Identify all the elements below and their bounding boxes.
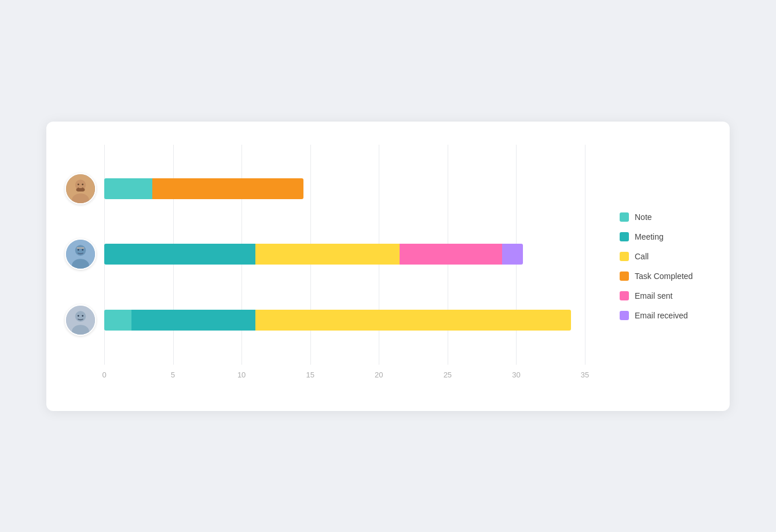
- segment-call-3: [255, 310, 571, 331]
- bar-segments-1: [104, 178, 585, 199]
- segment-emailsent-2: [400, 244, 503, 265]
- avatar-1: [65, 173, 96, 204]
- legend-label-call: Call: [635, 252, 649, 261]
- avatar-2: [65, 239, 96, 270]
- x-label-30: 30: [512, 370, 520, 379]
- legend-item-email-received: Email received: [620, 311, 701, 320]
- legend-swatch-note: [620, 212, 629, 222]
- segment-note-3: [104, 310, 131, 331]
- avatar-3: [65, 304, 96, 336]
- legend-item-call: Call: [620, 252, 701, 261]
- legend-label-meeting: Meeting: [635, 232, 664, 241]
- legend-item-email-sent: Email sent: [620, 291, 701, 300]
- legend-swatch-meeting: [620, 232, 629, 241]
- bar-row-1: [104, 174, 585, 203]
- x-label-10: 10: [237, 370, 246, 379]
- bar-row-2: [104, 240, 585, 269]
- segment-emailreceived-2: [502, 244, 523, 265]
- svg-rect-11: [77, 247, 85, 249]
- legend-label-email-sent: Email sent: [635, 291, 672, 300]
- bar-row-3: [104, 306, 585, 335]
- chart-legend: Note Meeting Call Task Completed Email s…: [608, 145, 701, 388]
- chart-area: 0 5 10 15 20 25 30 35: [69, 145, 585, 388]
- segment-task-1: [152, 178, 303, 199]
- x-label-25: 25: [444, 370, 452, 379]
- x-label-15: 15: [306, 370, 314, 379]
- segment-meeting-2: [104, 244, 255, 265]
- svg-point-3: [78, 184, 79, 185]
- legend-swatch-email-sent: [620, 291, 629, 300]
- x-label-5: 5: [171, 370, 175, 379]
- legend-label-note: Note: [635, 212, 652, 222]
- x-label-0: 0: [102, 370, 106, 379]
- legend-label-task-completed: Task Completed: [635, 271, 693, 281]
- segment-note-1: [104, 178, 152, 199]
- legend-item-meeting: Meeting: [620, 232, 701, 241]
- legend-item-task-completed: Task Completed: [620, 271, 701, 281]
- legend-swatch-email-received: [620, 311, 629, 320]
- segment-meeting-3: [131, 310, 255, 331]
- svg-point-10: [82, 250, 83, 251]
- svg-point-15: [78, 315, 79, 317]
- legend-swatch-task-completed: [620, 271, 629, 281]
- x-label-20: 20: [375, 370, 383, 379]
- svg-point-9: [78, 250, 79, 251]
- x-axis: 0 5 10 15 20 25 30 35: [104, 370, 585, 388]
- legend-swatch-call: [620, 252, 629, 261]
- chart-card: 0 5 10 15 20 25 30 35 Note Meeting Call: [46, 122, 730, 411]
- legend-label-email-received: Email received: [635, 311, 688, 320]
- bar-segments-3: [104, 310, 585, 331]
- bar-segments-2: [104, 244, 585, 265]
- legend-item-note: Note: [620, 212, 701, 222]
- svg-point-4: [82, 184, 83, 185]
- x-label-35: 35: [581, 370, 589, 379]
- svg-point-16: [82, 315, 83, 317]
- svg-rect-5: [76, 188, 85, 192]
- segment-call-2: [255, 244, 400, 265]
